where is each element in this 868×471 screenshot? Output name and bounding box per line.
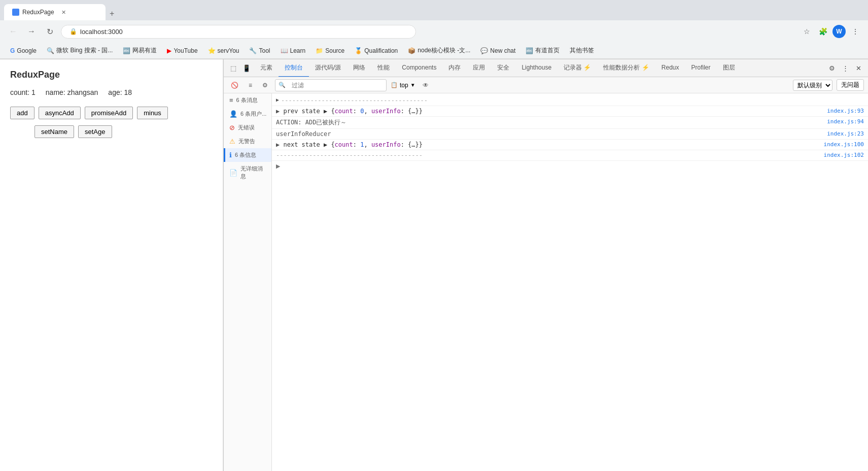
tab-network[interactable]: 网络 bbox=[347, 59, 371, 77]
name-display: name: zhangsan bbox=[46, 88, 98, 96]
line-source-prev-state[interactable]: index.js:93 bbox=[821, 108, 864, 114]
scope-dropdown-icon[interactable]: ▼ bbox=[410, 82, 415, 88]
source-icon: 📁 bbox=[316, 47, 323, 54]
active-tab[interactable]: ReduxPage ✕ bbox=[4, 4, 106, 20]
sidebar-errors[interactable]: ⊘ 无错误 bbox=[224, 121, 271, 134]
line-source-next-state[interactable]: index.js:100 bbox=[818, 141, 864, 148]
bookmark-youtube[interactable]: ▶ YouTube bbox=[163, 46, 201, 55]
more-devtools-icon[interactable]: ⋮ bbox=[840, 62, 851, 74]
bookmark-newchat[interactable]: 💬 New chat bbox=[476, 46, 519, 55]
bing-icon: 🔍 bbox=[47, 47, 54, 54]
bookmark-tool[interactable]: 🔧 Tool bbox=[245, 46, 274, 55]
user-messages-icon: 👤 bbox=[229, 110, 237, 118]
browser-chrome: ReduxPage ✕ + ← → ↻ 🔒 localhost:3000 ☆ 🧩… bbox=[0, 0, 868, 59]
console-line-separator-2: ----------------------------------------… bbox=[272, 150, 868, 161]
filter-input[interactable] bbox=[288, 81, 379, 90]
async-add-button[interactable]: asyncAdd bbox=[39, 107, 81, 119]
close-devtools-icon[interactable]: ✕ bbox=[853, 62, 864, 74]
url-bar[interactable]: 🔒 localhost:3000 bbox=[61, 25, 416, 39]
user-messages-label: 6 条用户... bbox=[240, 110, 266, 118]
tab-perf-insights[interactable]: 性能数据分析 ⚡ bbox=[597, 59, 655, 77]
url-text: localhost:3000 bbox=[80, 28, 123, 36]
tab-sources[interactable]: 源代码/源 bbox=[309, 59, 347, 77]
bookmark-source[interactable]: 📁 Source bbox=[311, 46, 349, 55]
sidebar-verbose[interactable]: 📄 无详细消息 bbox=[224, 162, 271, 183]
tab-layers[interactable]: 图层 bbox=[717, 59, 741, 77]
tab-redux[interactable]: Redux bbox=[655, 59, 685, 77]
youdao-home-icon: 🔤 bbox=[526, 47, 533, 54]
refresh-button[interactable]: ↻ bbox=[43, 24, 57, 39]
eye-button[interactable]: 👁 bbox=[420, 81, 432, 90]
inspect-element-icon[interactable]: ⬚ bbox=[228, 62, 239, 74]
set-name-button[interactable]: setName bbox=[34, 125, 74, 138]
profile-icon[interactable]: W bbox=[832, 25, 846, 38]
tab-elements[interactable]: 元素 bbox=[254, 59, 279, 77]
forward-button[interactable]: → bbox=[24, 24, 39, 39]
sidebar-user-messages[interactable]: 👤 6 条用户... bbox=[224, 107, 271, 121]
tool-icon: 🔧 bbox=[249, 47, 257, 54]
sidebar-info[interactable]: ℹ 6 条信息 bbox=[224, 148, 271, 162]
verbose-icon: 📄 bbox=[229, 169, 237, 177]
line-source-reducer[interactable]: index.js:23 bbox=[821, 130, 864, 137]
bookmark-bing[interactable]: 🔍 微软 Bing 搜索 - 国... bbox=[43, 45, 117, 56]
tab-performance[interactable]: 性能 bbox=[371, 59, 396, 77]
tab-security[interactable]: 安全 bbox=[491, 59, 515, 77]
tab-application[interactable]: 应用 bbox=[467, 59, 491, 77]
name-value: zhangsan bbox=[67, 88, 98, 96]
sidebar-warnings[interactable]: ⚠ 无警告 bbox=[224, 134, 271, 148]
clear-console-button[interactable]: 🚫 bbox=[228, 81, 241, 90]
line-content-separator-2: ---------------------------------------- bbox=[276, 152, 818, 159]
scope-icon: 📋 bbox=[391, 82, 398, 88]
learn-icon: 📖 bbox=[281, 47, 288, 54]
bookmark-google-label: Google bbox=[17, 47, 37, 54]
no-issues-button[interactable]: 无问题 bbox=[837, 79, 864, 91]
bookmark-youdao-home[interactable]: 🔤 有道首页 bbox=[522, 45, 564, 56]
bookmark-youdao[interactable]: 🔤 网易有道 bbox=[119, 45, 161, 56]
bookmark-other[interactable]: 其他书签 bbox=[566, 45, 598, 56]
tab-profiler[interactable]: Profiler bbox=[685, 59, 716, 77]
collapse-all-button[interactable]: ≡ bbox=[246, 81, 255, 90]
set-age-button[interactable]: setAge bbox=[78, 125, 112, 138]
errors-label: 无错误 bbox=[238, 124, 255, 131]
new-tab-button[interactable]: + bbox=[106, 7, 118, 20]
bookmark-node[interactable]: 📦 node核心模块 -文... bbox=[404, 45, 474, 56]
promise-add-button[interactable]: promiseAdd bbox=[85, 107, 133, 119]
minus-button[interactable]: minus bbox=[137, 107, 168, 119]
app-buttons-row2: setName setAge bbox=[34, 125, 213, 138]
scope-selector: 📋 top ▼ bbox=[391, 82, 415, 89]
tab-console[interactable]: 控制台 bbox=[279, 59, 309, 77]
settings-icon[interactable]: ⚙ bbox=[826, 62, 838, 74]
device-toggle-icon[interactable]: 📱 bbox=[241, 62, 252, 74]
line-source-action[interactable]: index.js:94 bbox=[821, 118, 864, 125]
log-level-select[interactable]: 默认级别 bbox=[793, 80, 832, 91]
bookmark-learn[interactable]: 📖 Learn bbox=[276, 46, 310, 55]
count-label: count: bbox=[10, 88, 29, 96]
tab-close-button[interactable]: ✕ bbox=[61, 9, 66, 16]
bookmark-google[interactable]: G Google bbox=[6, 46, 41, 55]
console-body: ≡ 6 条消息 👤 6 条用户... ⊘ 无错误 ⚠ 无警告 ℹ 6 条信 bbox=[224, 93, 868, 471]
app-buttons-row1: add asyncAdd promiseAdd minus bbox=[10, 107, 213, 119]
console-settings-icon[interactable]: ⚙ bbox=[259, 81, 271, 90]
devtools-right-icons: ⚙ ⋮ ✕ bbox=[826, 62, 864, 74]
back-button[interactable]: ← bbox=[6, 24, 20, 39]
bookmark-star-icon[interactable]: ☆ bbox=[800, 25, 813, 38]
more-options-icon[interactable]: ⋮ bbox=[849, 25, 862, 38]
console-line-next-state: ▶ next state ▶ {count: 1, userInfo: {…}}… bbox=[272, 140, 868, 150]
tab-recorder[interactable]: 记录器 ⚡ bbox=[558, 59, 597, 77]
browser-extensions-icon[interactable]: 🧩 bbox=[816, 25, 829, 38]
add-button[interactable]: add bbox=[10, 107, 34, 119]
line-source-separator-2[interactable]: index.js:102 bbox=[818, 152, 864, 158]
expand-separator-1[interactable]: ▶ bbox=[276, 97, 279, 103]
console-sidebar: ≡ 6 条消息 👤 6 条用户... ⊘ 无错误 ⚠ 无警告 ℹ 6 条信 bbox=[224, 93, 272, 471]
tab-title: ReduxPage bbox=[22, 9, 54, 16]
bookmark-qualification[interactable]: 🏅 Qualification bbox=[351, 46, 402, 55]
tab-components[interactable]: Components bbox=[396, 59, 442, 77]
tab-memory[interactable]: 内存 bbox=[442, 59, 467, 77]
name-label: name: bbox=[46, 88, 65, 96]
console-main: ▶ --------------------------------------… bbox=[272, 93, 868, 471]
app-title: ReduxPage bbox=[10, 70, 213, 80]
bookmark-servyou[interactable]: ⭐ servYou bbox=[204, 46, 244, 55]
tab-lighthouse[interactable]: Lighthouse bbox=[515, 59, 558, 77]
sidebar-all-messages[interactable]: ≡ 6 条消息 bbox=[224, 93, 271, 107]
bookmark-qualification-label: Qualification bbox=[364, 47, 398, 54]
